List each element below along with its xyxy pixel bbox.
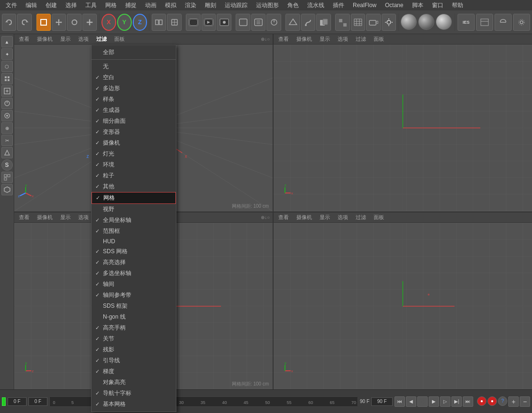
menu-tools[interactable]: 工具 (82, 0, 101, 10)
transport-next-frame[interactable]: ▶| (451, 396, 462, 407)
vp-top-panel[interactable]: 面板 (372, 35, 386, 44)
dd-item-导航十字标[interactable]: 导航十字标 (92, 388, 176, 399)
select-tool-button[interactable] (37, 14, 51, 31)
vp-top-filter[interactable]: 过滤 (354, 35, 368, 44)
editor-btn[interactable] (476, 14, 493, 31)
transport-prev[interactable]: ◁ (417, 396, 428, 407)
dd-item-环境[interactable]: 环境 (92, 159, 176, 170)
wire-btn[interactable] (285, 14, 300, 31)
menu-mesh[interactable]: 网格 (101, 0, 120, 10)
dd-item-范围框[interactable]: 范围框 (92, 226, 176, 237)
vp-persp-display[interactable]: 显示 (58, 35, 73, 44)
dd-item-全部[interactable]: 全部 (92, 47, 176, 58)
add-btn[interactable]: + (508, 396, 519, 407)
undo-button[interactable] (2, 14, 16, 31)
menu-select[interactable]: 选择 (62, 0, 81, 10)
record-btn[interactable]: ● (487, 396, 497, 406)
dd-item-变形器[interactable]: 变形器 (92, 127, 176, 138)
dd-item-生成器[interactable]: 生成器 (92, 105, 176, 116)
render-btn-2[interactable] (251, 14, 266, 31)
help-btn[interactable]: ? (498, 396, 507, 406)
ies-btn[interactable]: IES (458, 14, 475, 31)
grid-btn-2[interactable] (351, 14, 365, 31)
menu-simulate[interactable]: 模拟 (161, 0, 180, 10)
vp-top-camera[interactable]: 摄像机 (294, 35, 314, 44)
dd-item-灯光[interactable]: 灯光 (92, 148, 176, 159)
transport-play[interactable]: ▶ (429, 396, 439, 407)
vp-persp-camera[interactable]: 摄像机 (35, 35, 55, 44)
menu-pipeline[interactable]: 流水线 (303, 0, 328, 10)
vp-front-filter[interactable]: 过滤 (354, 213, 368, 222)
left-tool-8[interactable]: ⊕ (1, 122, 13, 134)
dd-item-摄像机[interactable]: 摄像机 (92, 138, 176, 148)
menu-edit[interactable]: 编辑 (22, 0, 41, 10)
dd-item-N-gon 线[interactable]: N-gon 线 (92, 312, 176, 322)
sphere-preview-3[interactable] (436, 14, 452, 30)
vp-right-view[interactable]: 查看 (17, 213, 31, 222)
menu-plugin[interactable]: 插件 (329, 0, 348, 10)
vp-front-camera[interactable]: 摄像机 (294, 213, 314, 222)
vp-front-options[interactable]: 选项 (336, 213, 350, 222)
axis-x-button[interactable]: X (101, 14, 116, 31)
vp-top-view[interactable]: 查看 (276, 35, 291, 44)
dd-item-HUD[interactable]: HUD (92, 237, 176, 246)
dd-item-网格[interactable]: 网格 (92, 192, 176, 204)
left-tool-11[interactable] (1, 172, 13, 183)
dd-item-关节[interactable]: 关节 (92, 333, 176, 344)
left-tool-3[interactable]: ⬡ (1, 61, 13, 72)
left-tool-7[interactable] (1, 110, 13, 121)
dd-item-粒子[interactable]: 粒子 (92, 170, 176, 181)
autokey-btn[interactable]: ● (477, 396, 486, 406)
transport-next[interactable]: ▷ (440, 396, 450, 407)
axis-y-button[interactable]: Y (117, 14, 132, 31)
left-tool-4[interactable] (1, 73, 13, 84)
camera-btn[interactable] (366, 14, 380, 31)
transport-go-end[interactable]: ⏭ (463, 396, 473, 407)
timeline-btn-1[interactable] (186, 14, 200, 31)
paint-btn[interactable] (301, 14, 315, 31)
left-tool-5[interactable] (1, 85, 13, 97)
menu-motion-track[interactable]: 运动跟踪 (221, 0, 251, 10)
axis-z-button[interactable]: Z (133, 14, 147, 31)
vp-top-options[interactable]: 选项 (336, 35, 350, 44)
vp-top-display[interactable]: 显示 (318, 35, 332, 44)
left-tool-12[interactable] (1, 184, 13, 195)
left-tool-s[interactable]: S (1, 159, 13, 171)
menu-sculpt[interactable]: 雕刻 (201, 0, 220, 10)
menu-snap[interactable]: 捕捉 (121, 0, 140, 10)
menu-animate[interactable]: 动画 (141, 0, 160, 10)
object-mode-button[interactable] (152, 14, 166, 31)
frame-input-right[interactable] (28, 397, 47, 406)
vp-persp-view[interactable]: 查看 (17, 35, 31, 44)
settings-btn[interactable] (513, 14, 530, 31)
menu-character[interactable]: 角色 (284, 0, 303, 10)
dd-item-对象高亮[interactable]: 对象高亮 (92, 377, 176, 388)
left-tool-6[interactable] (1, 98, 13, 109)
dd-item-多选坐标轴[interactable]: 多选坐标轴 (92, 268, 176, 279)
menu-create[interactable]: 创建 (42, 0, 61, 10)
transport-go-start[interactable]: ⏮ (394, 396, 405, 407)
light-btn[interactable] (382, 14, 396, 31)
vp-persp-panel[interactable]: 面板 (112, 35, 127, 44)
dd-item-残影[interactable]: 残影 (92, 344, 176, 355)
dd-item-梯度[interactable]: 梯度 (92, 366, 176, 377)
dd-item-高亮选择[interactable]: 高亮选择 (92, 257, 176, 268)
vp-right-camera[interactable]: 摄像机 (35, 213, 55, 222)
dd-item-引导线[interactable]: 引导线 (92, 355, 176, 366)
dd-item-轴间参考带[interactable]: 轴间参考带 (92, 290, 176, 301)
frame-current[interactable] (371, 397, 393, 406)
dd-item-样条[interactable]: 样条 (92, 94, 176, 105)
left-tool-9[interactable]: ✂ (1, 135, 13, 146)
dd-item-空白[interactable]: 空白 (92, 72, 176, 83)
sphere-preview-2[interactable] (418, 14, 434, 30)
grid-btn-1[interactable] (335, 14, 349, 31)
dd-item-其他[interactable]: 其他 (92, 181, 176, 192)
dd-item-无[interactable]: 无 (92, 61, 176, 72)
dd-item-全局坐标轴[interactable]: 全局坐标轴 (92, 215, 176, 226)
vp-right-display[interactable]: 显示 (58, 213, 73, 222)
vp-front-panel[interactable]: 面板 (372, 213, 386, 222)
render-btn-3[interactable] (266, 14, 281, 31)
left-tool-10[interactable] (1, 147, 13, 158)
minus-btn[interactable]: − (520, 396, 530, 407)
menu-help[interactable]: 帮助 (448, 0, 467, 10)
